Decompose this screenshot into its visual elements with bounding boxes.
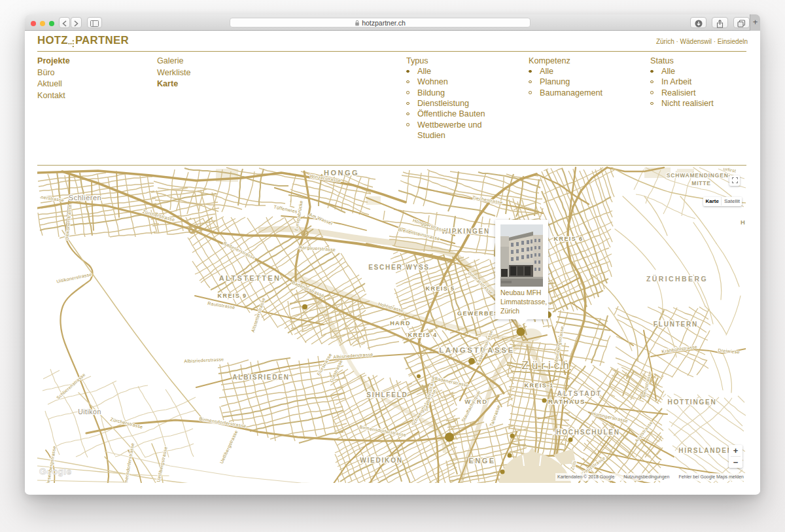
svg-text:KREIS 9: KREIS 9	[218, 293, 247, 299]
svg-text:FLUNTERN: FLUNTERN	[654, 321, 698, 328]
svg-text:KREIS 5: KREIS 5	[426, 285, 455, 292]
svg-text:ALBISRIEDEN: ALBISRIEDEN	[232, 374, 290, 381]
svg-text:Google: Google	[39, 467, 72, 476]
svg-text:ZÜRICHBERG: ZÜRICHBERG	[646, 275, 708, 283]
svg-text:Uitikon: Uitikon	[78, 408, 101, 416]
svg-text:Schlieren: Schlieren	[69, 194, 101, 202]
svg-text:KREIS 6: KREIS 6	[554, 236, 584, 242]
svg-text:WIPKINGEN: WIPKINGEN	[442, 228, 490, 235]
svg-text:LANGSTRASSE: LANGSTRASSE	[439, 346, 515, 354]
svg-text:HONGG: HONGG	[324, 169, 359, 177]
svg-text:ESCHER WYSS: ESCHER WYSS	[368, 264, 430, 271]
svg-text:HIRSLANDEN: HIRSLANDEN	[678, 447, 733, 454]
svg-text:HARD: HARD	[390, 320, 411, 327]
svg-text:ENGE: ENGE	[469, 457, 496, 465]
svg-text:WIEDIKON: WIEDIKON	[360, 457, 403, 464]
svg-text:HI: HI	[741, 219, 746, 226]
svg-text:MITTE: MITTE	[691, 180, 711, 186]
svg-text:ALTSTADT: ALTSTADT	[557, 390, 602, 397]
svg-text:KREIS 1: KREIS 1	[525, 382, 554, 389]
svg-text:SIHLFELD: SIHLFELD	[366, 391, 408, 399]
svg-text:HOCHSCHULEN: HOCHSCHULEN	[556, 429, 620, 436]
svg-text:Zürich: Zürich	[521, 359, 572, 372]
svg-text:RATHAUS: RATHAUS	[548, 398, 585, 405]
svg-text:KREIS 4: KREIS 4	[408, 332, 438, 338]
svg-text:HOTTINGEN: HOTTINGEN	[667, 399, 716, 406]
svg-text:ALTSTETTEN: ALTSTETTEN	[219, 274, 281, 282]
svg-text:SCHWAMENDINGEN-: SCHWAMENDINGEN-	[667, 172, 731, 179]
